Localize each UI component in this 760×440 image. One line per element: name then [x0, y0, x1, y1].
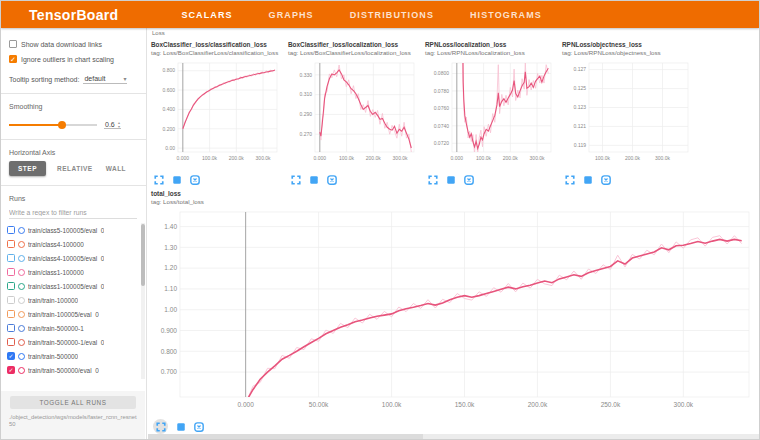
svg-text:0.000: 0.000	[314, 155, 327, 161]
fullscreen-icon[interactable]	[427, 174, 438, 185]
expanded-size-icon[interactable]	[171, 174, 182, 185]
run-isolator-radio-icon[interactable]	[18, 353, 25, 360]
tooltip-sort-label: Tooltip sorting method:	[9, 76, 79, 83]
run-visibility-checkbox[interactable]	[7, 268, 15, 276]
svg-text:1.20: 1.20	[164, 264, 177, 271]
run-visibility-checkbox[interactable]	[7, 296, 15, 304]
runs-scrollbar[interactable]	[141, 223, 145, 379]
fullscreen-icon[interactable]	[290, 174, 301, 185]
tooltip-sort-row: Tooltip sorting method: default ▾	[9, 74, 146, 84]
run-isolator-radio-icon[interactable]	[18, 227, 25, 234]
run-row[interactable]: train/train-100005/eval_0	[7, 307, 146, 321]
run-isolator-radio-icon[interactable]	[18, 297, 25, 304]
close-card-icon[interactable]	[189, 174, 200, 185]
total-loss-card-slot: total_losstag: Loss/total_loss0.7000.800…	[151, 190, 760, 434]
runs-filter-input[interactable]	[9, 207, 137, 219]
close-card-icon[interactable]	[193, 421, 204, 432]
svg-text:0.800: 0.800	[162, 67, 175, 73]
toggle-all-runs-button[interactable]: TOGGLE ALL RUNS	[10, 396, 136, 409]
svg-text:300.0k: 300.0k	[256, 155, 272, 161]
chart-plot-rpnloss-localization-loss[interactable]: 0.07200.07400.07600.07800.08000.000100.0…	[425, 59, 556, 163]
chart-plot-total-loss[interactable]: 0.7000.8000.9001.001.101.201.301.400.000…	[151, 208, 757, 410]
svg-text:100.0k: 100.0k	[476, 155, 492, 161]
fullscreen-icon[interactable]	[564, 174, 575, 185]
spinner-arrows-icon[interactable]: ▴▾	[118, 121, 120, 128]
axis-button-wall[interactable]: WALL	[104, 162, 128, 175]
run-visibility-checkbox[interactable]	[7, 282, 15, 290]
run-isolator-radio-icon[interactable]	[18, 241, 25, 248]
slider-thumb-icon[interactable]	[58, 121, 66, 129]
chart-plot-boxclassifier-classification-loss[interactable]: 0.000.2000.4000.6000.8000.000100.0k200.0…	[151, 59, 282, 163]
show-download-links-checkbox[interactable]	[9, 40, 17, 48]
expanded-size-icon[interactable]	[445, 174, 456, 185]
run-row[interactable]: ✓train/train-500000	[7, 349, 146, 363]
run-visibility-checkbox[interactable]	[7, 226, 15, 234]
svg-text:0.0760: 0.0760	[434, 105, 450, 111]
ignore-outliers-checkbox[interactable]: ✓	[9, 55, 17, 63]
run-name: train/class4-100000	[28, 241, 84, 248]
run-row[interactable]: ✓train/train-500000/eval_0	[7, 363, 146, 377]
run-row[interactable]: train/class4-100000	[7, 237, 146, 251]
run-visibility-checkbox[interactable]	[7, 338, 15, 346]
run-isolator-radio-icon[interactable]	[18, 325, 25, 332]
chart-title: RPNLoss/localization_loss	[425, 41, 559, 49]
run-visibility-checkbox[interactable]	[7, 310, 15, 318]
run-visibility-checkbox[interactable]	[7, 254, 15, 262]
svg-text:0.700: 0.700	[161, 368, 178, 375]
fullscreen-icon[interactable]	[153, 419, 168, 434]
svg-text:0.330: 0.330	[299, 72, 312, 78]
chart-plot-boxclassifier-localization-loss[interactable]: 0.2700.2900.3100.3300.000100.0k200.0k300…	[288, 59, 419, 163]
run-isolator-radio-icon[interactable]	[18, 255, 25, 262]
horizontal-scrollbar[interactable]	[148, 434, 759, 439]
close-card-icon[interactable]	[600, 174, 611, 185]
run-visibility-checkbox[interactable]	[7, 240, 15, 248]
run-visibility-checkbox[interactable]: ✓	[7, 352, 15, 360]
run-row[interactable]: train/class5-100005/eval_0	[7, 223, 146, 237]
run-row[interactable]: train/class1-100005/eval_0	[7, 279, 146, 293]
fullscreen-icon[interactable]	[153, 174, 164, 185]
svg-text:150.0k: 150.0k	[455, 401, 475, 408]
run-visibility-checkbox[interactable]: ✓	[7, 366, 15, 374]
chart-card-boxclassifier-localization-loss: BoxClassifier_loss/localization_losstag:…	[288, 41, 422, 187]
smoothing-value-input[interactable]: 0.6 ▴▾	[104, 121, 121, 129]
close-card-icon[interactable]	[463, 174, 474, 185]
run-row[interactable]: train/train-500000-1	[7, 321, 146, 335]
svg-text:0.000: 0.000	[177, 155, 190, 161]
smoothing-slider[interactable]	[9, 120, 97, 130]
run-row[interactable]: train/class4-100005/eval_0	[7, 251, 146, 265]
horizontal-axis-buttons: STEPRELATIVEWALL	[9, 161, 146, 176]
chart-title: BoxClassifier_loss/localization_loss	[288, 41, 422, 49]
close-card-icon[interactable]	[326, 174, 337, 185]
svg-text:0.600: 0.600	[162, 87, 175, 93]
run-name: train/train-500000	[28, 353, 78, 360]
ignore-outliers-label: Ignore outliers in chart scaling	[21, 56, 114, 63]
tab-scalars[interactable]: SCALARS	[180, 1, 233, 29]
svg-text:1.40: 1.40	[164, 223, 177, 230]
tab-distributions[interactable]: DISTRIBUTIONS	[349, 1, 435, 29]
expanded-size-icon[interactable]	[308, 174, 319, 185]
run-isolator-radio-icon[interactable]	[18, 367, 25, 374]
expanded-size-icon[interactable]	[582, 174, 593, 185]
tab-graphs[interactable]: GRAPHS	[268, 1, 315, 29]
expanded-size-icon[interactable]	[175, 421, 186, 432]
run-isolator-radio-icon[interactable]	[18, 269, 25, 276]
run-row[interactable]: train/train-100000	[7, 293, 146, 307]
tab-histograms[interactable]: HISTOGRAMS	[469, 1, 543, 29]
svg-text:200.0k: 200.0k	[528, 401, 548, 408]
svg-text:200.0k: 200.0k	[229, 155, 245, 161]
axis-button-relative[interactable]: RELATIVE	[55, 162, 95, 175]
chart-card-toolbar	[564, 172, 696, 187]
run-row[interactable]: train/train-500000-1/eval_0	[7, 335, 146, 349]
svg-text:50.00k: 50.00k	[309, 401, 329, 408]
run-visibility-checkbox[interactable]	[7, 324, 15, 332]
run-name: train/class1-100000	[28, 269, 84, 276]
chart-plot-rpnloss-objectness-loss[interactable]: 0.1190.1210.1230.1250.127100.0k200.0k300…	[562, 59, 693, 163]
run-name: train/train-500000-1/eval_0	[28, 339, 104, 346]
app-title: TensorBoard	[29, 7, 118, 23]
run-isolator-radio-icon[interactable]	[18, 311, 25, 318]
run-row[interactable]: train/class1-100000	[7, 265, 146, 279]
run-isolator-radio-icon[interactable]	[18, 283, 25, 290]
axis-button-step[interactable]: STEP	[9, 161, 46, 176]
tooltip-sort-dropdown[interactable]: default ▾	[83, 74, 127, 84]
run-isolator-radio-icon[interactable]	[18, 339, 25, 346]
